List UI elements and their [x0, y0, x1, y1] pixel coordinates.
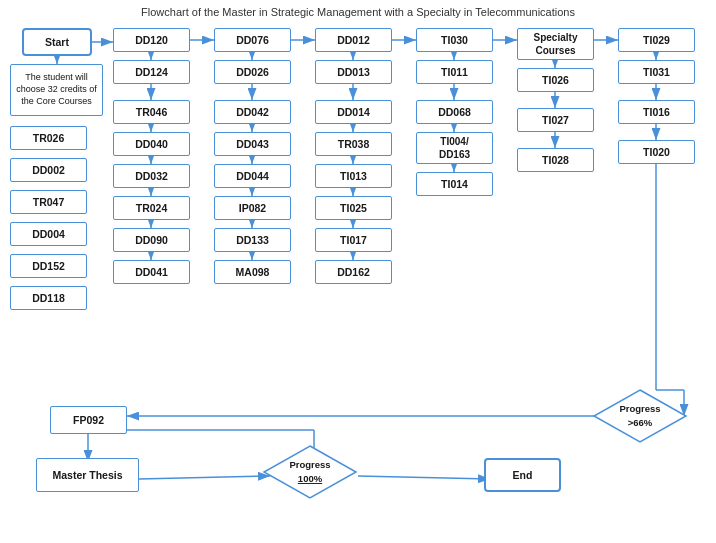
DD043-node: DD043 — [214, 132, 291, 156]
DD124-node: DD124 — [113, 60, 190, 84]
DD152-node: DD152 — [10, 254, 87, 278]
core-info-node: The student will choose 32 credits of th… — [10, 64, 103, 116]
start-node: Start — [22, 28, 92, 56]
TI011-node: TI011 — [416, 60, 493, 84]
TR038-node: TR038 — [315, 132, 392, 156]
TR046-node: TR046 — [113, 100, 190, 124]
specialty-courses-node: SpecialtyCourses — [517, 28, 594, 60]
DD090-node: DD090 — [113, 228, 190, 252]
chart-title: Flowchart of the Master in Strategic Man… — [0, 0, 716, 18]
DD013-node: DD013 — [315, 60, 392, 84]
progress-66-node: Progress >66% — [592, 388, 688, 444]
DD002-node: DD002 — [10, 158, 87, 182]
TI016-node: TI016 — [618, 100, 695, 124]
flowchart-container: Flowchart of the Master in Strategic Man… — [0, 0, 716, 543]
DD014-node: DD014 — [315, 100, 392, 124]
DD162-node: DD162 — [315, 260, 392, 284]
svg-line-45 — [139, 476, 270, 479]
TI017-node: TI017 — [315, 228, 392, 252]
TI031-node: TI031 — [618, 60, 695, 84]
DD041-node: DD041 — [113, 260, 190, 284]
svg-line-46 — [358, 476, 490, 479]
svg-text:100%: 100% — [298, 473, 323, 484]
DD042-node: DD042 — [214, 100, 291, 124]
IP082-node: IP082 — [214, 196, 291, 220]
DD118-node: DD118 — [10, 286, 87, 310]
DD026-node: DD026 — [214, 60, 291, 84]
svg-text:Progress: Progress — [619, 403, 660, 414]
TI014-node: TI014 — [416, 172, 493, 196]
MA098-node: MA098 — [214, 260, 291, 284]
DD133-node: DD133 — [214, 228, 291, 252]
end-node: End — [484, 458, 561, 492]
TI020-node: TI020 — [618, 140, 695, 164]
svg-marker-52 — [594, 390, 686, 442]
DD040-node: DD040 — [113, 132, 190, 156]
TI030-node: TI030 — [416, 28, 493, 52]
svg-text:>66%: >66% — [628, 417, 653, 428]
TI029-node: TI029 — [618, 28, 695, 52]
DD004-node: DD004 — [10, 222, 87, 246]
DD044-node: DD044 — [214, 164, 291, 188]
TI025-node: TI025 — [315, 196, 392, 220]
TI013-node: TI013 — [315, 164, 392, 188]
svg-marker-49 — [264, 446, 356, 498]
FP092-node: FP092 — [50, 406, 127, 434]
master-thesis-node: Master Thesis — [36, 458, 139, 492]
TI028-node: TI028 — [517, 148, 594, 172]
TI026-node: TI026 — [517, 68, 594, 92]
TR024-node: TR024 — [113, 196, 190, 220]
TR026-node: TR026 — [10, 126, 87, 150]
DD068-node: DD068 — [416, 100, 493, 124]
progress-100-node: Progress 100% — [262, 444, 358, 500]
DD032-node: DD032 — [113, 164, 190, 188]
DD120-node: DD120 — [113, 28, 190, 52]
DD012-node: DD012 — [315, 28, 392, 52]
TI027-node: TI027 — [517, 108, 594, 132]
DD076-node: DD076 — [214, 28, 291, 52]
TR047-node: TR047 — [10, 190, 87, 214]
TI004-DD163-node: TI004/DD163 — [416, 132, 493, 164]
svg-text:Progress: Progress — [289, 459, 330, 470]
